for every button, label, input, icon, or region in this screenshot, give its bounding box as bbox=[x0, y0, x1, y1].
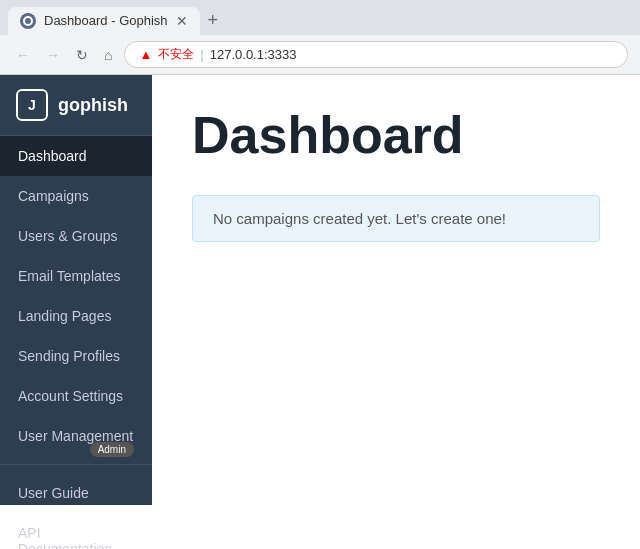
address-input[interactable]: ▲ 不安全 | 127.0.0.1:3333 bbox=[124, 41, 628, 68]
sidebar-item-api-docs[interactable]: API Documentation bbox=[0, 513, 152, 549]
tab-title: Dashboard - Gophish bbox=[44, 13, 168, 28]
logo-letter: J bbox=[28, 97, 36, 113]
sidebar-item-landing-pages[interactable]: Landing Pages bbox=[0, 296, 152, 336]
sidebar-divider bbox=[0, 464, 152, 465]
sidebar-label-landing-pages: Landing Pages bbox=[18, 308, 111, 324]
empty-state-message: No campaigns created yet. Let's create o… bbox=[192, 195, 600, 242]
warning-triangle-icon: ▲ bbox=[139, 47, 152, 62]
sidebar-logo: J bbox=[16, 89, 48, 121]
forward-button[interactable]: → bbox=[42, 43, 64, 67]
browser-chrome: Dashboard - Gophish ✕ + ← → ↻ ⌂ ▲ 不安全 | … bbox=[0, 0, 640, 75]
active-tab[interactable]: Dashboard - Gophish ✕ bbox=[8, 7, 200, 35]
sidebar: J gophish Dashboard Campaigns Users & Gr… bbox=[0, 75, 152, 505]
tab-close-button[interactable]: ✕ bbox=[176, 13, 188, 29]
app-container: J gophish Dashboard Campaigns Users & Gr… bbox=[0, 75, 640, 505]
sidebar-item-email-templates[interactable]: Email Templates bbox=[0, 256, 152, 296]
sidebar-label-account-settings: Account Settings bbox=[18, 388, 123, 404]
admin-badge: Admin bbox=[90, 442, 134, 457]
sidebar-label-email-templates: Email Templates bbox=[18, 268, 120, 284]
sidebar-item-user-guide[interactable]: User Guide bbox=[0, 473, 152, 513]
sidebar-label-api-docs: API Documentation bbox=[18, 525, 112, 549]
separator: | bbox=[200, 47, 203, 62]
security-label: 不安全 bbox=[158, 46, 194, 63]
sidebar-header: J gophish bbox=[0, 75, 152, 136]
sidebar-label-users-groups: Users & Groups bbox=[18, 228, 118, 244]
address-bar: ← → ↻ ⌂ ▲ 不安全 | 127.0.0.1:3333 bbox=[0, 35, 640, 74]
address-text: 127.0.0.1:3333 bbox=[210, 47, 297, 62]
sidebar-item-campaigns[interactable]: Campaigns bbox=[0, 176, 152, 216]
empty-state-text: No campaigns created yet. Let's create o… bbox=[213, 210, 506, 227]
sidebar-brand: gophish bbox=[58, 95, 128, 116]
sidebar-item-account-settings[interactable]: Account Settings bbox=[0, 376, 152, 416]
sidebar-item-user-management[interactable]: User Management Admin bbox=[0, 416, 152, 456]
page-title: Dashboard bbox=[192, 105, 600, 165]
back-button[interactable]: ← bbox=[12, 43, 34, 67]
sidebar-label-user-guide: User Guide bbox=[18, 485, 89, 501]
sidebar-item-sending-profiles[interactable]: Sending Profiles bbox=[0, 336, 152, 376]
tab-favicon bbox=[20, 13, 36, 29]
sidebar-label-sending-profiles: Sending Profiles bbox=[18, 348, 120, 364]
tab-bar: Dashboard - Gophish ✕ + bbox=[0, 0, 640, 35]
sidebar-item-users-groups[interactable]: Users & Groups bbox=[0, 216, 152, 256]
new-tab-button[interactable]: + bbox=[200, 6, 227, 35]
main-content: Dashboard No campaigns created yet. Let'… bbox=[152, 75, 640, 505]
sidebar-label-campaigns: Campaigns bbox=[18, 188, 89, 204]
sidebar-label-dashboard: Dashboard bbox=[18, 148, 87, 164]
sidebar-item-dashboard[interactable]: Dashboard bbox=[0, 136, 152, 176]
home-button[interactable]: ⌂ bbox=[100, 43, 116, 67]
sidebar-label-user-management: User Management bbox=[18, 428, 133, 444]
sidebar-nav: Dashboard Campaigns Users & Groups Email… bbox=[0, 136, 152, 549]
refresh-button[interactable]: ↻ bbox=[72, 43, 92, 67]
